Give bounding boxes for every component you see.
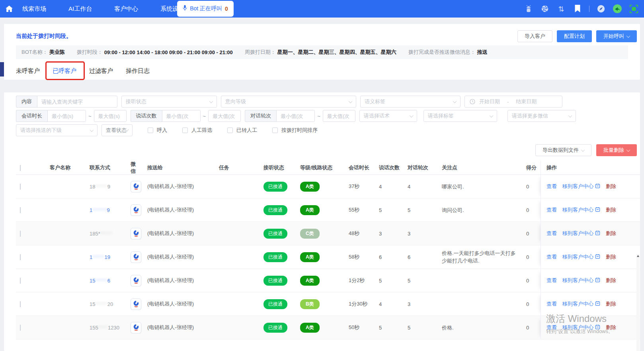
- green-app-icon[interactable]: [613, 4, 622, 14]
- script-select[interactable]: 请选择话术: [359, 110, 417, 122]
- delete-link[interactable]: 删除: [606, 253, 616, 261]
- filter-section: 内容 接听状态 意向等级 语义标签 开始日期 - 结束日期 会话时: [4, 92, 640, 136]
- move-to-customer-center-link[interactable]: 移到客户中心: [562, 206, 600, 214]
- wechat-avatar-icon[interactable]: [131, 251, 141, 263]
- phone-number[interactable]: 1*****19: [90, 254, 110, 260]
- session-max-input[interactable]: [94, 110, 127, 122]
- checkbox[interactable]: [227, 127, 233, 133]
- bot-calling-status[interactable]: Bot 正在呼叫 0: [177, 1, 234, 17]
- tab-filtered-customers[interactable]: 过滤客户: [89, 66, 113, 76]
- calendar-icon: [595, 183, 600, 190]
- intent-level-select[interactable]: 意向等级: [221, 96, 356, 108]
- listen-status-select[interactable]: 接听状态: [121, 96, 217, 108]
- red-annotation-box: [45, 61, 85, 80]
- phone-number[interactable]: 15*****6: [90, 278, 110, 284]
- checkbox-call-in[interactable]: 呼入: [148, 127, 167, 134]
- row-checkbox[interactable]: [20, 301, 21, 307]
- delete-link[interactable]: 删除: [606, 300, 616, 308]
- push-subordinate-select[interactable]: 请选择推送的下级: [16, 124, 98, 136]
- talk-max-input[interactable]: [208, 110, 241, 122]
- grade-cell: A类: [296, 205, 345, 215]
- row-checkbox[interactable]: [20, 184, 21, 190]
- view-link[interactable]: 查看: [546, 206, 557, 214]
- rounds-min-input[interactable]: [276, 110, 315, 122]
- select-all-checkbox[interactable]: [20, 165, 21, 171]
- checkbox-transferred-to-human[interactable]: 已转人工: [227, 127, 257, 134]
- checkbox-manual-screen[interactable]: 人工筛选: [182, 127, 212, 134]
- keyword-search-input[interactable]: [37, 96, 117, 108]
- row-checkbox[interactable]: [20, 278, 21, 284]
- pushed-to-cell: (电销机器人-张经理): [143, 230, 215, 237]
- date-range-picker[interactable]: 开始日期 - 结束日期: [464, 96, 562, 108]
- batch-delete-button[interactable]: 批量删除: [596, 144, 637, 156]
- chevron-down-icon: [209, 99, 213, 103]
- wechat-avatar-icon[interactable]: [131, 298, 141, 310]
- sort-arrows-icon[interactable]: ⇅: [556, 4, 566, 14]
- view-link[interactable]: 查看: [546, 324, 557, 331]
- wechat-avatar-icon[interactable]: [131, 181, 141, 192]
- more-wechat-select[interactable]: 请选择更多微信: [507, 110, 576, 122]
- move-label: 移到客户中心: [562, 230, 593, 237]
- delete-link[interactable]: 删除: [606, 206, 616, 214]
- move-to-customer-center-link[interactable]: 移到客户中心: [562, 324, 600, 331]
- row-checkbox[interactable]: [20, 254, 21, 260]
- move-to-customer-center-link[interactable]: 移到客户中心: [562, 253, 600, 261]
- rounds-max-input[interactable]: [323, 110, 355, 122]
- checkbox-sort-by-dial-time[interactable]: 按拨打时间排序: [272, 127, 318, 134]
- move-to-customer-center-link[interactable]: 移到客户中心: [562, 277, 600, 284]
- row-checkbox[interactable]: [20, 207, 21, 213]
- compass-icon[interactable]: [596, 4, 606, 14]
- nav-clue-market[interactable]: 线索市场: [22, 5, 46, 13]
- column-header-1: 客户名称: [46, 164, 86, 171]
- wechat-avatar-icon[interactable]: [131, 322, 141, 333]
- view-link[interactable]: 查看: [546, 300, 557, 308]
- tag-select[interactable]: 请选择标签: [423, 110, 497, 122]
- wechat-avatar-icon[interactable]: [131, 228, 141, 239]
- nav-ai-workbench[interactable]: AI工作台: [68, 5, 92, 13]
- talk-max-group: [208, 110, 241, 122]
- session-min-input[interactable]: [47, 110, 86, 122]
- delete-link[interactable]: 删除: [606, 324, 616, 331]
- import-customers-button[interactable]: 导入客户: [517, 30, 552, 42]
- tab-called-customers[interactable]: 已呼客户: [53, 66, 76, 76]
- scroll-up-arrow-icon[interactable]: [637, 255, 639, 257]
- view-link[interactable]: 查看: [546, 230, 557, 237]
- checkbox[interactable]: [182, 127, 188, 133]
- vertical-scrollbar[interactable]: [636, 254, 640, 351]
- grade-cell: C类: [296, 229, 345, 239]
- delete-link[interactable]: 删除: [606, 230, 616, 237]
- view-link[interactable]: 查看: [546, 183, 557, 190]
- phone-number: 155****1230: [90, 325, 119, 331]
- checkbox[interactable]: [148, 127, 153, 133]
- delete-link[interactable]: 删除: [606, 277, 616, 284]
- robot-icon[interactable]: [524, 4, 533, 14]
- move-to-customer-center-link[interactable]: 移到客户中心: [562, 300, 600, 308]
- wechat-avatar-icon[interactable]: [131, 275, 141, 286]
- phone-prefix: 15: [90, 301, 95, 307]
- talk-min-input[interactable]: [162, 110, 201, 122]
- start-call-button[interactable]: 开始呼叫: [596, 30, 637, 42]
- move-to-customer-center-link[interactable]: 移到客户中心: [562, 230, 600, 237]
- info-label: 周拨打日期：: [245, 49, 276, 56]
- view-status-select[interactable]: 查看状态: [101, 124, 133, 136]
- aperture-icon[interactable]: [540, 4, 550, 14]
- nav-customer-center[interactable]: 客户中心: [114, 5, 138, 13]
- move-to-customer-center-link[interactable]: 移到客户中心: [562, 183, 600, 190]
- view-link[interactable]: 查看: [546, 277, 557, 284]
- semantic-tag-select[interactable]: 语义标签: [360, 96, 461, 108]
- home-icon[interactable]: [0, 6, 18, 12]
- wechat-avatar-icon[interactable]: [131, 204, 141, 216]
- phone-number[interactable]: 1******9: [90, 207, 110, 213]
- row-checkbox[interactable]: [20, 325, 21, 331]
- row-checkbox[interactable]: [20, 231, 21, 237]
- tab-uncalled-customers[interactable]: 未呼客户: [16, 66, 40, 76]
- fullscreen-icon[interactable]: [629, 4, 638, 14]
- rounds-max-group: [323, 110, 355, 122]
- checkbox[interactable]: [272, 127, 278, 133]
- delete-link[interactable]: 删除: [606, 183, 616, 190]
- configure-plan-button[interactable]: 配置计划: [557, 30, 592, 42]
- bookmark-icon[interactable]: [573, 4, 582, 14]
- export-data-button[interactable]: 导出数据到文件: [535, 144, 591, 156]
- tab-operation-log[interactable]: 操作日志: [126, 66, 150, 76]
- view-link[interactable]: 查看: [546, 253, 557, 261]
